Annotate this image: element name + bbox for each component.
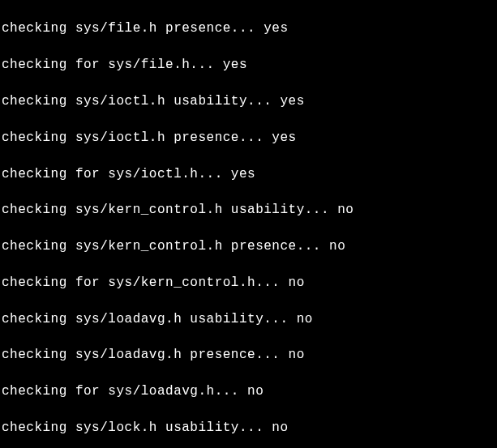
output-line: checking sys/ioctl.h presence... yes — [2, 129, 495, 147]
output-line: checking for sys/kern_control.h... no — [2, 274, 495, 292]
output-line: checking for sys/file.h... yes — [2, 56, 495, 74]
output-line: checking sys/loadavg.h usability... no — [2, 310, 495, 328]
terminal-output: checking sys/file.h presence... yes chec… — [2, 2, 495, 448]
output-line: checking sys/loadavg.h presence... no — [2, 346, 495, 364]
output-line: checking sys/kern_control.h presence... … — [2, 237, 495, 255]
output-line: checking sys/file.h presence... yes — [2, 19, 495, 37]
output-line: checking sys/lock.h usability... no — [2, 419, 495, 437]
output-line: checking for sys/ioctl.h... yes — [2, 165, 495, 183]
output-line: checking sys/ioctl.h usability... yes — [2, 92, 495, 110]
output-line: checking for sys/loadavg.h... no — [2, 382, 495, 400]
output-line: checking sys/kern_control.h usability...… — [2, 201, 495, 219]
